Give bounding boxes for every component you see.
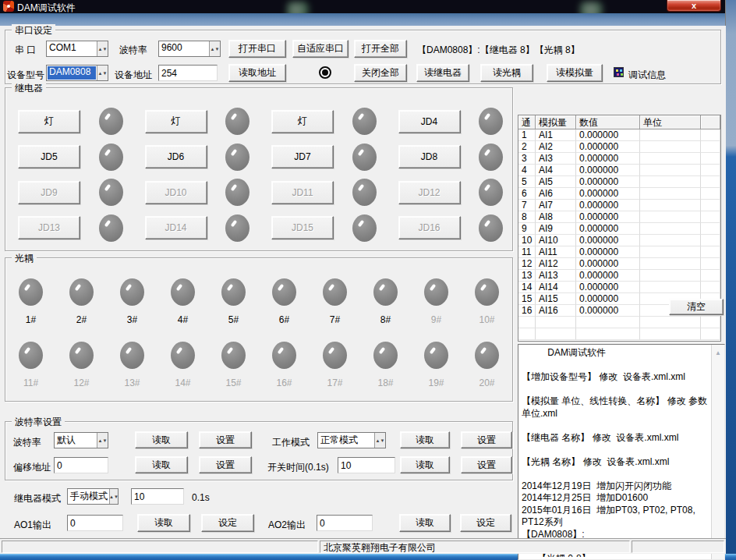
- value-cell: 0.000000: [576, 270, 640, 282]
- value-cell: [576, 317, 640, 328]
- switch-time-field[interactable]: [338, 457, 395, 473]
- opto-label: 14#: [175, 377, 190, 388]
- table-row: 6 AI6 0.000000: [518, 188, 720, 200]
- relay-button[interactable]: JD9: [18, 181, 80, 204]
- titlebar[interactable]: DAM调试软件: [0, 0, 725, 13]
- read-relay-button[interactable]: 读继电器: [416, 64, 469, 82]
- relay-button[interactable]: JD14: [145, 216, 207, 239]
- channel-cell: [518, 328, 536, 340]
- relay-button[interactable]: 灯: [271, 110, 334, 133]
- analog-name-cell: AI6: [536, 188, 576, 200]
- com-port-combo[interactable]: COM1 ▲▼: [46, 41, 108, 57]
- read-address-button[interactable]: 读取地址: [228, 64, 286, 82]
- com-port-label: 串 口: [15, 44, 36, 57]
- workmode-combo[interactable]: 正常模式 ▲▼: [317, 432, 386, 448]
- extra-cell: [701, 141, 720, 153]
- close-button[interactable]: x: [667, 0, 721, 12]
- relay-cell: JD15: [259, 211, 386, 246]
- baudrate-label: 波特率: [13, 436, 41, 449]
- relay-button[interactable]: JD4: [398, 110, 461, 133]
- switch-set-button[interactable]: 设置: [461, 456, 512, 473]
- relay-button[interactable]: JD5: [18, 145, 80, 168]
- value-cell: 0.000000: [576, 141, 640, 153]
- clear-button[interactable]: 清空: [669, 299, 724, 315]
- ao1-read-button[interactable]: 读取: [137, 514, 190, 532]
- opto-lamp-indicator: [19, 278, 43, 306]
- debug-info-icon[interactable]: [614, 67, 624, 77]
- scroll-up-icon[interactable]: ▲: [712, 346, 724, 359]
- open-all-button[interactable]: 打开全部: [354, 40, 407, 58]
- opto-lamp-indicator: [272, 342, 296, 369]
- unit-cell: [640, 223, 701, 235]
- relay-mode-combo[interactable]: 手动模式 ▲▼: [67, 488, 119, 505]
- channel-cell: 6: [518, 188, 536, 200]
- ao1-output-label: AO1输出: [14, 519, 51, 532]
- switch-read-button[interactable]: 读取: [400, 456, 450, 473]
- relay-cell: JD9: [5, 175, 133, 211]
- workmode-set-button[interactable]: 设置: [461, 431, 512, 448]
- combo-arrow-icon[interactable]: ▲▼: [209, 41, 220, 56]
- read-opto-button[interactable]: 读光耦: [480, 64, 533, 82]
- relay-button[interactable]: 灯: [145, 110, 207, 133]
- combo-arrow-icon[interactable]: ▲▼: [109, 489, 118, 504]
- relay-button[interactable]: JD13: [18, 216, 80, 239]
- relay-button[interactable]: JD11: [271, 181, 334, 204]
- ao1-output-field[interactable]: [67, 515, 123, 531]
- adaptive-port-button[interactable]: 自适应串口: [292, 40, 349, 58]
- offset-address-label: 偏移地址: [13, 461, 51, 474]
- open-port-button[interactable]: 打开串口: [228, 40, 286, 58]
- relay-time-field[interactable]: [131, 488, 184, 505]
- offset-address-field[interactable]: [54, 457, 108, 473]
- opto-label: 17#: [327, 377, 342, 388]
- switch-time-label: 开关时间(0.1s): [267, 461, 329, 474]
- relay-button[interactable]: JD16: [398, 216, 461, 239]
- offset-set-button[interactable]: 设置: [199, 456, 252, 473]
- workmode-read-button[interactable]: 读取: [400, 431, 450, 448]
- device-model-combo[interactable]: DAM0808 ▲▼: [46, 65, 108, 81]
- relay-button[interactable]: JD10: [145, 181, 207, 204]
- relay-cell: JD8: [386, 140, 513, 175]
- relay-button[interactable]: 灯: [18, 110, 80, 133]
- unit-cell: [640, 165, 701, 176]
- baudrate-combo[interactable]: 默认 ▲▼: [54, 432, 108, 448]
- ao1-set-button[interactable]: 设定: [201, 514, 254, 532]
- relay-cell: JD7: [259, 140, 386, 175]
- combo-arrow-icon[interactable]: ▲▼: [97, 41, 108, 56]
- baudrate-set-button[interactable]: 设置: [199, 431, 252, 448]
- opto-label: 15#: [225, 377, 241, 388]
- opto-grid: 1# 2# 3# 4#: [5, 271, 512, 396]
- opto-lamp-indicator: [221, 342, 246, 369]
- relay-button[interactable]: JD8: [398, 145, 461, 168]
- combo-arrow-icon[interactable]: ▲▼: [97, 66, 108, 80]
- baud-combo[interactable]: 9600 ▲▼: [158, 41, 221, 57]
- close-all-button[interactable]: 关闭全部: [354, 64, 407, 82]
- relay-button[interactable]: JD6: [145, 145, 207, 168]
- opto-cell: 7#: [310, 271, 360, 334]
- extra-cell: [701, 129, 720, 141]
- offset-read-button[interactable]: 读取: [135, 456, 188, 473]
- relay-button[interactable]: JD7: [271, 145, 334, 168]
- opto-label: 2#: [76, 314, 87, 325]
- opto-lamp-indicator: [475, 342, 499, 369]
- combo-arrow-icon[interactable]: ▲▼: [97, 433, 108, 448]
- read-analog-button[interactable]: 读模拟量: [547, 64, 603, 82]
- analog-table-header-cell: 通: [518, 115, 536, 129]
- baudrate-read-button[interactable]: 读取: [135, 431, 188, 448]
- info-scrollbar[interactable]: ▲ ▼: [711, 345, 724, 559]
- opto-label: 18#: [377, 377, 393, 388]
- opto-cell: 16#: [259, 334, 310, 397]
- ao2-set-button[interactable]: 设定: [460, 514, 511, 532]
- combo-arrow-icon[interactable]: ▲▼: [374, 433, 385, 448]
- relay-cell: JD14: [133, 211, 260, 246]
- value-cell: 0.000000: [576, 223, 640, 235]
- opto-lamp-indicator: [120, 278, 144, 306]
- ao2-read-button[interactable]: 读取: [399, 514, 451, 532]
- opto-cell: 5#: [208, 271, 259, 334]
- relay-button[interactable]: JD12: [398, 181, 461, 204]
- device-address-field[interactable]: [158, 65, 218, 81]
- ao2-output-field[interactable]: [317, 515, 373, 531]
- opto-lamp-indicator: [424, 342, 448, 369]
- relay-button[interactable]: JD15: [271, 216, 334, 239]
- opto-lamp-indicator: [171, 342, 195, 369]
- relay-cell: 灯: [5, 104, 133, 140]
